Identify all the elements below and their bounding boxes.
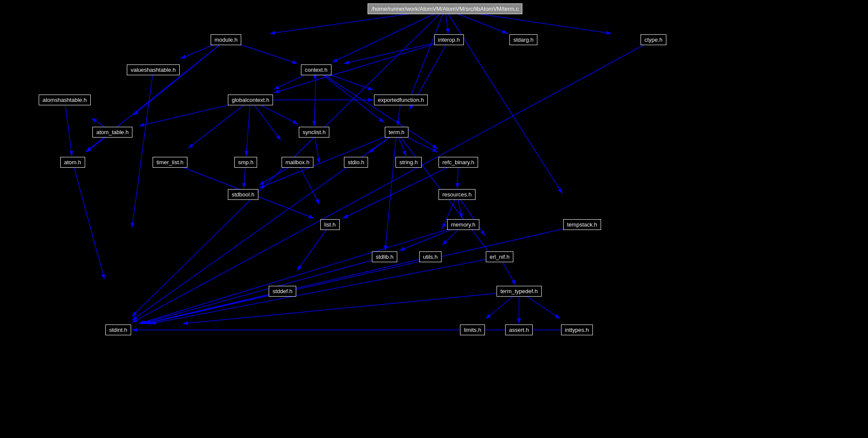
node-tempstack_h: tempstack.h xyxy=(563,219,601,230)
svg-line-48 xyxy=(151,257,500,324)
node-stdlib_h: stdlib.h xyxy=(372,251,397,262)
svg-line-35 xyxy=(298,162,319,205)
node-mailbox_h: mailbox.h xyxy=(282,157,313,168)
svg-line-5 xyxy=(332,9,445,62)
svg-line-50 xyxy=(297,225,330,271)
svg-line-61 xyxy=(65,100,72,156)
node-utils_h: utils.h xyxy=(419,251,442,262)
svg-line-62 xyxy=(132,70,153,228)
node-exportedfunction_h: exportedfunction.h xyxy=(374,95,428,105)
node-term_h: term.h xyxy=(385,127,408,138)
graph-container: /home/runner/work/AtomVM/AtomVM/src/libA… xyxy=(0,0,868,438)
svg-line-65 xyxy=(141,257,385,324)
svg-line-57 xyxy=(132,40,653,323)
node-synclist_h: synclist.h xyxy=(299,127,329,138)
svg-line-19 xyxy=(188,100,251,148)
node-stdio_h: stdio.h xyxy=(344,157,368,168)
node-interop_h: interop.h xyxy=(434,34,464,45)
node-timer_list_h: timer_list.h xyxy=(153,157,187,168)
node-string_h: string.h xyxy=(396,157,422,168)
svg-line-60 xyxy=(274,40,449,93)
node-list_h: list.h xyxy=(320,219,340,230)
node-atom_h: atom.h xyxy=(60,157,85,168)
node-inttypes_h: inttypes.h xyxy=(561,325,593,335)
svg-line-59 xyxy=(344,40,449,64)
node-assert_h: assert.h xyxy=(505,325,533,335)
node-smp_h: smp.h xyxy=(234,157,257,168)
svg-line-10 xyxy=(133,40,226,116)
node-stdbool_h: stdbool.h xyxy=(228,189,258,200)
svg-line-6 xyxy=(409,9,445,100)
svg-line-20 xyxy=(246,100,251,156)
svg-line-21 xyxy=(251,100,281,140)
node-term_typedef_h: term_typedef.h xyxy=(497,286,542,297)
svg-line-51 xyxy=(145,291,282,324)
svg-line-45 xyxy=(138,225,463,324)
node-module_h: module.h xyxy=(211,34,241,45)
node-resources_h: resources.h xyxy=(439,189,475,200)
node-title: /home/runner/work/AtomVM/AtomVM/src/libA… xyxy=(368,3,522,14)
node-erl_nif_h: erl_nif.h xyxy=(486,251,513,262)
svg-line-26 xyxy=(73,162,104,279)
node-globalcontext_h: globalcontext.h xyxy=(228,95,273,105)
node-refc_binary_h: refc_binary.h xyxy=(439,157,478,168)
node-stddef_h: stddef.h xyxy=(269,286,296,297)
node-stdint_h: stdint.h xyxy=(105,325,131,335)
node-atomshashtable_h: atomshashtable.h xyxy=(39,95,91,105)
node-memory_h: memory.h xyxy=(447,219,479,230)
svg-line-15 xyxy=(316,70,438,149)
svg-line-12 xyxy=(314,70,316,126)
svg-line-55 xyxy=(183,291,519,324)
node-atom_table_h: atom_table.h xyxy=(92,127,132,138)
node-limits_h: limits.h xyxy=(460,325,485,335)
node-ctype_h: ctype.h xyxy=(641,34,666,45)
node-context_h: context.h xyxy=(301,64,331,75)
svg-line-28 xyxy=(259,132,397,188)
node-valueshashtable_h: valueshashtable.h xyxy=(127,64,180,75)
node-stdarg_h: stdarg.h xyxy=(509,34,537,45)
svg-line-56 xyxy=(146,225,582,324)
svg-line-31 xyxy=(385,132,397,251)
